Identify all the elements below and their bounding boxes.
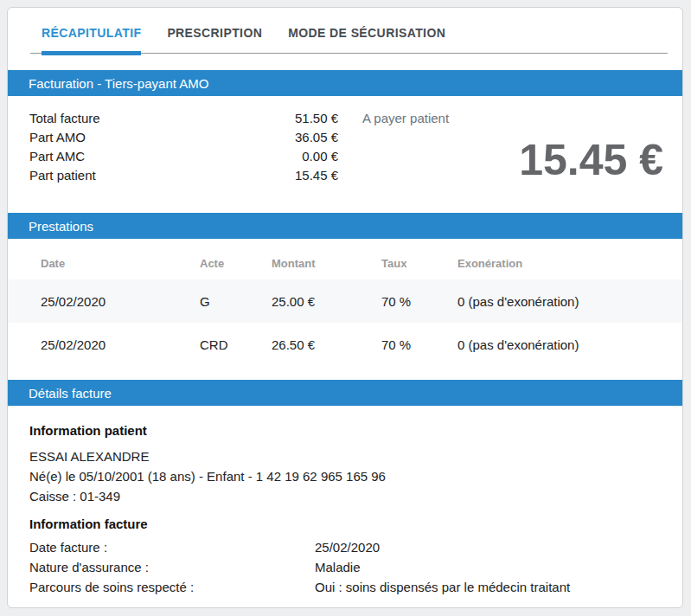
column-header-date: Date [41,257,200,270]
total-facture-row: Total facture 51.50 € [29,109,338,128]
table-row: 25/02/2020 G 25.00 € 70 % 0 (pas d'exoné… [8,279,682,323]
part-amo-value: 36.05 € [295,128,338,147]
details-facture: Information patient ESSAI ALEXANDRE Né(e… [8,406,682,597]
tab-mode-de-securisation[interactable]: MODE DE SÉCURISATION [288,26,445,53]
a-payer-patient-label: A payer patient [362,111,449,125]
part-amc-label: Part AMC [29,147,85,166]
cell-acte: G [200,294,272,309]
part-amo-label: Part AMO [29,128,86,147]
cell-exoneration: 0 (pas d'exonération) [457,294,682,309]
cell-montant: 26.50 € [272,337,381,352]
part-patient-value: 15.45 € [295,166,338,185]
a-payer-patient-amount: 15.45 € [519,135,663,185]
tab-prescription[interactable]: PRESCRIPTION [167,26,262,53]
total-facture-value: 51.50 € [295,109,338,128]
part-patient-label: Part patient [29,166,96,185]
cell-taux: 70 % [381,337,457,352]
cell-acte: CRD [200,337,272,352]
prestations-table: Date Acte Montant Taux Exonération 25/02… [8,239,682,374]
details-section-header: Détails facture [8,380,682,406]
cell-taux: 70 % [381,294,457,309]
parcours-soins-row: Parcours de soins respecté : Oui : soins… [29,577,662,597]
information-facture-heading: Information facture [29,517,662,531]
cell-date: 25/02/2020 [41,294,200,309]
details-section-title: Détails facture [29,386,112,401]
facturation-section-title: Facturation - Tiers-payant AMO [29,76,208,91]
parcours-soins-value: Oui : soins dispensés par le médecin tra… [315,577,662,597]
tab-recapitulatif[interactable]: RÉCAPITULATIF [42,26,141,53]
nature-assurance-value: Maladie [315,557,662,577]
prestations-section-header: Prestations [8,213,682,239]
date-facture-row: Date facture : 25/02/2020 [29,537,662,557]
facturation-section-header: Facturation - Tiers-payant AMO [8,70,682,96]
part-amo-row: Part AMO 36.05 € [29,128,338,147]
totals-list: Total facture 51.50 € Part AMO 36.05 € P… [29,109,338,185]
cell-montant: 25.00 € [272,294,381,309]
information-patient-heading: Information patient [29,423,662,438]
nature-assurance-row: Nature d'assurance : Maladie [29,557,662,577]
facturation-totals: Total facture 51.50 € Part AMO 36.05 € P… [8,96,682,213]
cell-date: 25/02/2020 [41,337,200,352]
prestations-table-header: Date Acte Montant Taux Exonération [8,247,682,279]
column-header-montant: Montant [272,257,381,270]
patient-birth-nir: Né(e) le 05/10/2001 (18 ans) - Enfant - … [29,466,662,486]
tab-bar: RÉCAPITULATIF PRESCRIPTION MODE DE SÉCUR… [30,8,668,54]
column-header-exoneration: Exonération [457,257,682,270]
total-facture-label: Total facture [29,109,100,128]
patient-name: ESSAI ALEXANDRE [29,446,662,466]
nature-assurance-label: Nature d'assurance : [29,557,315,577]
part-amc-row: Part AMC 0.00 € [29,147,338,166]
invoice-card: RÉCAPITULATIF PRESCRIPTION MODE DE SÉCUR… [7,7,683,608]
parcours-soins-label: Parcours de soins respecté : [29,577,315,597]
part-amc-value: 0.00 € [302,147,338,166]
patient-caisse: Caisse : 01-349 [29,486,662,506]
date-facture-label: Date facture : [29,537,315,557]
prestations-section-title: Prestations [29,219,93,234]
table-row: 25/02/2020 CRD 26.50 € 70 % 0 (pas d'exo… [8,323,682,366]
part-patient-row: Part patient 15.45 € [29,166,338,185]
column-header-acte: Acte [200,257,272,270]
column-header-taux: Taux [381,257,457,270]
date-facture-value: 25/02/2020 [315,537,662,557]
cell-exoneration: 0 (pas d'exonération) [457,337,682,352]
